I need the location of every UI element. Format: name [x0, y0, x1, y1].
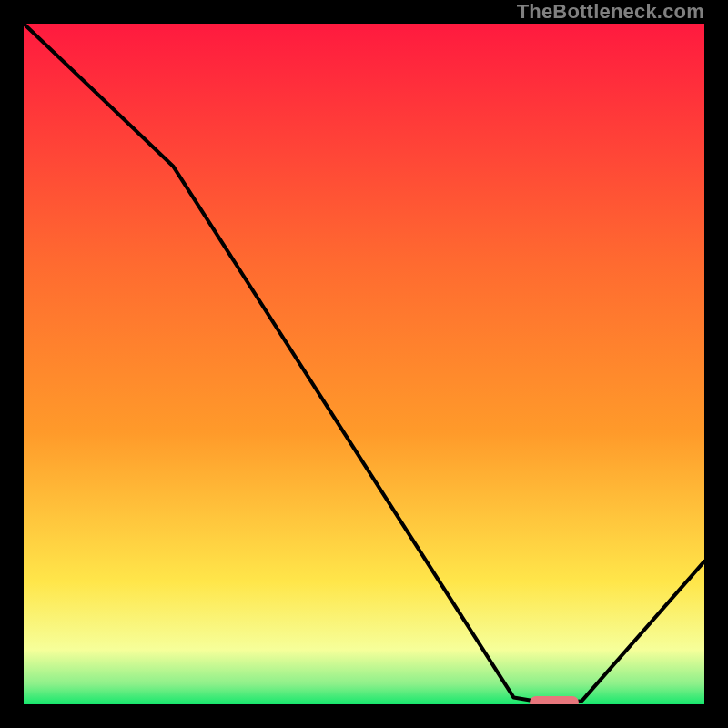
watermark-text: TheBottleneck.com	[517, 0, 704, 24]
frame-border	[704, 18, 710, 710]
frame-border	[18, 18, 24, 710]
chart-frame	[18, 18, 710, 710]
frame-border	[18, 704, 710, 710]
